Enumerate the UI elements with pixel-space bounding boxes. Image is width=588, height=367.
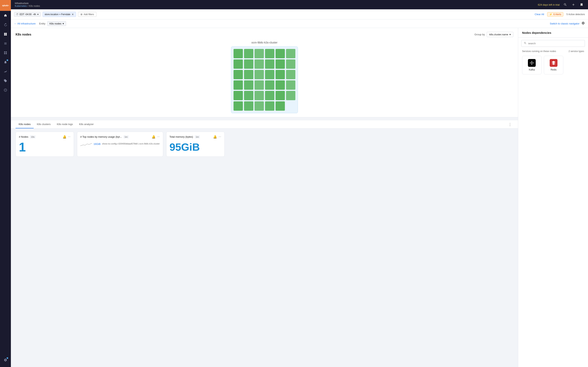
- node-cell[interactable]: [265, 59, 274, 69]
- node-cell[interactable]: [233, 101, 243, 111]
- node-cell[interactable]: [233, 91, 243, 100]
- alerts-badge[interactable]: ⚡ 6 Alerts: [547, 12, 563, 17]
- tab-more-button[interactable]: ⋮: [507, 121, 513, 128]
- bell-icon-3[interactable]: 🔔: [213, 135, 217, 139]
- node-cell[interactable]: [244, 101, 253, 111]
- node-cell[interactable]: [255, 59, 264, 69]
- viz-title: K8s nodes: [16, 33, 31, 36]
- nav-settings-button[interactable]: [581, 21, 585, 26]
- node-cell[interactable]: [286, 70, 295, 79]
- app-logo[interactable]: splunk>: [0, 0, 11, 11]
- node-cell[interactable]: [276, 49, 285, 58]
- back-arrow: ←: [14, 22, 17, 25]
- node-cell[interactable]: [265, 80, 274, 90]
- sidebar-item-infrastructure[interactable]: [1, 30, 9, 38]
- entity-chevron: ▾: [63, 22, 64, 25]
- node-cell[interactable]: [276, 91, 285, 100]
- node-cell[interactable]: [276, 70, 285, 79]
- service-card-kafka[interactable]: Kafka: [522, 56, 542, 74]
- node-cell[interactable]: [276, 59, 285, 69]
- more-icon-2[interactable]: ···: [157, 135, 160, 139]
- header-right: 624 days left in trial: [538, 2, 584, 7]
- node-cell[interactable]: [233, 70, 243, 79]
- search-box[interactable]: [521, 40, 585, 47]
- node-cell[interactable]: [233, 80, 243, 90]
- back-link[interactable]: ← All infrastructure: [14, 22, 35, 25]
- more-icon-3[interactable]: ···: [218, 135, 221, 139]
- node-cell[interactable]: [276, 101, 285, 111]
- node-cell[interactable]: [286, 91, 295, 100]
- clear-all-button[interactable]: Clear All: [535, 13, 544, 16]
- node-cell[interactable]: [255, 80, 264, 90]
- main-panel: K8s nodes Group by k8s.cluster.name ▾ oc…: [11, 28, 518, 367]
- node-cell[interactable]: [265, 49, 274, 58]
- bell-icon-2[interactable]: 🔔: [152, 135, 156, 139]
- sidebar: splunk>: [0, 0, 11, 367]
- metric-total-memory-interval: 1m: [195, 135, 200, 138]
- sidebar-item-metrics[interactable]: [1, 67, 9, 75]
- svg-point-4: [531, 61, 532, 62]
- trial-badge: 624 days left in trial: [538, 3, 560, 6]
- sidebar-item-alerts[interactable]: [1, 58, 9, 66]
- service-card-redis[interactable]: Redis: [544, 56, 563, 74]
- breadcrumb-parent[interactable]: Kubernetes: [15, 5, 27, 7]
- node-cell[interactable]: [286, 59, 295, 69]
- search-input[interactable]: [528, 42, 582, 45]
- filter-bar-right: Clear All ⚡ 6 Alerts 5 Active detectors: [535, 12, 585, 17]
- nav-bar-right: Switch to classic navigator: [550, 21, 585, 26]
- sidebar-item-home[interactable]: [1, 12, 9, 19]
- bookmark-button[interactable]: [579, 2, 584, 7]
- node-cell[interactable]: [276, 80, 285, 90]
- metric-nodes-interval: 10s: [30, 135, 35, 138]
- sidebar-item-recent[interactable]: [1, 21, 9, 29]
- svg-rect-3: [6, 53, 7, 54]
- node-cell[interactable]: [244, 70, 253, 79]
- tab-k8s-analyzer[interactable]: K8s analyzer: [76, 120, 97, 128]
- node-cell[interactable]: [265, 70, 274, 79]
- node-cell[interactable]: [265, 101, 274, 111]
- filter-tag-value: store.location = Ferndale: [45, 13, 70, 16]
- sidebar-item-apm[interactable]: [1, 86, 9, 94]
- sidebar-item-logs[interactable]: [1, 40, 9, 47]
- bell-icon[interactable]: 🔔: [63, 135, 67, 139]
- sidebar-item-tags[interactable]: [1, 77, 9, 85]
- classic-navigator-button[interactable]: Switch to classic navigator: [550, 22, 579, 25]
- node-cell[interactable]: [244, 59, 253, 69]
- node-cell[interactable]: [255, 70, 264, 79]
- group-by-select[interactable]: k8s.cluster.name ▾: [487, 32, 513, 37]
- node-cell[interactable]: [244, 49, 253, 58]
- node-cell[interactable]: [255, 49, 264, 58]
- add-filter-button[interactable]: ⊞ Add filters: [78, 12, 96, 17]
- entity-select[interactable]: K8s nodes ▾: [47, 21, 66, 26]
- more-icon[interactable]: ···: [68, 135, 70, 139]
- node-cell[interactable]: [286, 80, 295, 90]
- tab-k8s-nodes[interactable]: K8s nodes: [16, 120, 34, 128]
- node-cell[interactable]: [265, 91, 274, 100]
- sidebar-item-settings[interactable]: [1, 356, 9, 364]
- search-button[interactable]: [563, 2, 568, 7]
- node-cell[interactable]: [233, 49, 243, 58]
- cluster-grid-wrapper[interactable]: [231, 46, 298, 113]
- time-filter[interactable]: ⏱ EDT -04:00 -4h ▾: [14, 12, 41, 17]
- filter-tag-close[interactable]: ✕: [71, 13, 74, 16]
- svg-point-8: [531, 63, 532, 63]
- top-header: Infrastructure Kubernetes / K8s nodes 62…: [11, 0, 588, 9]
- node-cell[interactable]: [255, 91, 264, 100]
- tab-k8s-node-logs[interactable]: K8s node logs: [54, 120, 76, 128]
- metric-total-memory-actions: 🔔 ···: [213, 135, 221, 139]
- metric-memory-title-area: # Top nodes by memory usage (byt... 1m: [80, 135, 129, 138]
- node-cell[interactable]: [244, 80, 253, 90]
- node-cell[interactable]: [286, 49, 295, 58]
- node-cell[interactable]: [255, 101, 264, 111]
- node-grid: [233, 49, 295, 111]
- active-detectors[interactable]: 5 Active detectors: [566, 13, 585, 16]
- alerts-icon: ⚡: [549, 13, 552, 16]
- node-cell[interactable]: [244, 91, 253, 100]
- metric-nodes-title: # Nodes: [19, 135, 28, 138]
- node-cell[interactable]: [233, 59, 243, 69]
- svg-rect-1: [6, 51, 7, 52]
- sidebar-item-dashboards[interactable]: [1, 49, 9, 57]
- tab-k8s-clusters[interactable]: K8s clusters: [34, 120, 54, 128]
- new-button[interactable]: [571, 2, 576, 7]
- time-value: -4h: [33, 13, 36, 16]
